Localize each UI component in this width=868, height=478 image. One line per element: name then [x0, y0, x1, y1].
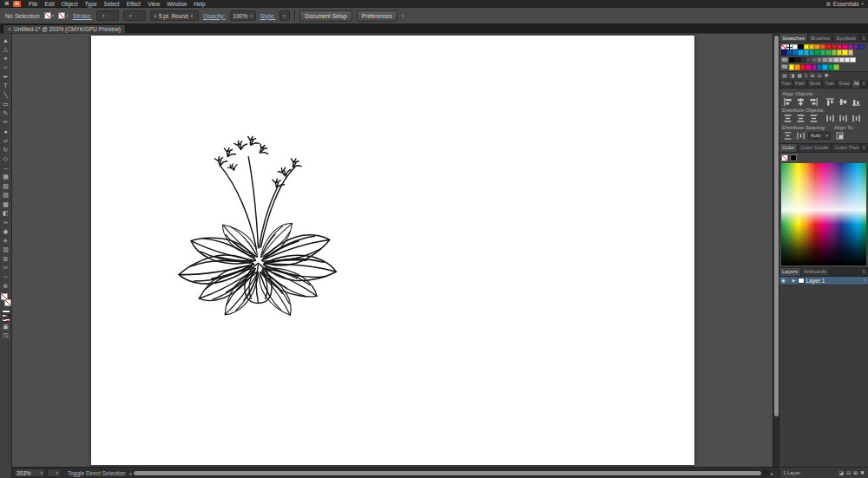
line-segment-tool[interactable]: ╲ [0, 90, 11, 100]
swatch-options-icon[interactable]: ≡ [805, 73, 808, 78]
canvas[interactable] [12, 34, 779, 467]
layer-lock-toggle[interactable] [787, 277, 791, 285]
new-sublayer-icon[interactable]: ⊟ [846, 470, 851, 475]
distribute-vertical-bottom-button[interactable] [808, 114, 819, 123]
zoom-level-select[interactable]: 203%▾ [14, 468, 45, 477]
rotate-tool[interactable]: ↻ [0, 145, 11, 154]
distribute-spacing-vertical-button[interactable] [782, 131, 793, 141]
layer-thumbnail[interactable] [798, 278, 805, 284]
workspace-switcher[interactable]: Essentials [833, 1, 859, 7]
hand-tool[interactable]: ☜ [0, 272, 11, 282]
free-transform-tool[interactable]: ▦ [0, 173, 11, 182]
preferences-button[interactable]: Preferences [357, 10, 398, 22]
distribute-horizontal-center-button[interactable] [838, 114, 849, 123]
blob-brush-tool[interactable]: ● [0, 127, 11, 136]
swatch-grays-11[interactable] [850, 57, 855, 62]
tab-strok[interactable]: Strok [807, 80, 823, 88]
tab-swatches[interactable]: Swatches [779, 34, 808, 42]
fill-color-box[interactable] [1, 293, 8, 300]
artboard[interactable] [91, 36, 694, 465]
eraser-tool[interactable]: ▱ [0, 136, 11, 146]
drawing-modes-button[interactable]: ▣ [0, 322, 11, 331]
direct-selection-tool[interactable]: △ [0, 45, 11, 55]
tab-color-themes[interactable]: Color Themes [832, 144, 859, 152]
blend-tool[interactable]: ◉ [0, 227, 11, 237]
swatch-themes-icon[interactable]: ◨ [790, 73, 795, 78]
menu-select[interactable]: Select [101, 1, 123, 7]
apple-menu-icon[interactable]: ⌘ [4, 0, 10, 8]
horizontal-scrollbar-track[interactable] [133, 470, 770, 476]
swatch-brights-8[interactable] [833, 64, 838, 69]
distribute-spacing-horizontal-button[interactable] [795, 131, 806, 141]
gradient-tool[interactable]: ◧ [0, 209, 11, 219]
swatch-14[interactable] [858, 44, 864, 49]
stroke-weight-select[interactable]: ▾ [96, 10, 119, 21]
color-panel-menu-icon[interactable]: ≡ [859, 144, 868, 152]
width-tool[interactable]: ↔ [0, 163, 11, 173]
menu-help[interactable]: Help [190, 1, 208, 7]
stroke-color-box[interactable] [4, 299, 11, 306]
align-horizontal-right-button[interactable] [808, 97, 819, 107]
distribute-horizontal-left-button[interactable] [825, 114, 836, 123]
layers-empty-area[interactable] [779, 285, 868, 467]
delete-layer-icon[interactable]: ✖ [860, 470, 865, 475]
selection-tool[interactable]: ▲ [0, 36, 11, 45]
color-group-folder-icon[interactable] [781, 57, 788, 62]
pen-tool[interactable]: ✒ [0, 72, 11, 82]
delete-swatch-icon[interactable]: ✖ [825, 73, 829, 78]
symbol-sprayer-tool[interactable]: ✳ [0, 236, 11, 246]
scroll-right-arrow-icon[interactable]: ▸ [770, 470, 774, 476]
make-clipping-mask-icon[interactable]: ◪ [838, 470, 844, 475]
tab-color[interactable]: Color [779, 144, 798, 152]
layer-visibility-eye-icon[interactable]: ◉ [781, 278, 786, 283]
menu-file[interactable]: File [25, 1, 41, 7]
mesh-tool[interactable]: ▩ [0, 200, 11, 209]
artboard-tool[interactable]: ⊞ [0, 254, 11, 264]
distribute-vertical-center-button[interactable] [795, 114, 806, 123]
workspace-arrow-icon[interactable]: ▾ [861, 1, 864, 6]
menu-type[interactable]: Type [81, 1, 100, 7]
stroke-profile-select[interactable]: ▾ [123, 10, 146, 21]
distribute-vertical-top-button[interactable] [782, 114, 793, 123]
align-vertical-top-button[interactable] [825, 97, 836, 107]
color-button[interactable] [2, 310, 10, 313]
eyedropper-tool[interactable]: ✑ [0, 218, 11, 227]
document-tab[interactable]: × Untitled-1* @ 203% (CMYK/GPU Preview) [3, 24, 126, 33]
tab-brushes[interactable]: Brushes [808, 34, 833, 42]
stroke-dropdown-arrow-icon[interactable]: ▾ [66, 13, 69, 18]
layer-name[interactable]: Layer 1 [806, 278, 825, 284]
tab-path[interactable]: Path [793, 80, 807, 88]
align-panel-menu-icon[interactable]: ≡ [859, 80, 868, 88]
layer-expand-chevron-icon[interactable]: ▶ [792, 278, 796, 283]
layer-row[interactable]: ◉ ▶ Layer 1 ○ [779, 277, 868, 285]
horizontal-scrollbar-thumb[interactable] [134, 471, 761, 475]
layers-panel-menu-icon[interactable]: ≡ [859, 268, 868, 276]
shape-builder-tool[interactable]: ▧ [0, 181, 11, 191]
status-display-select[interactable]: ▾ [47, 468, 61, 477]
magic-wand-tool[interactable]: ✶ [0, 54, 11, 63]
swatch-kinds-icon[interactable]: ▦ [797, 73, 802, 78]
column-graph-tool[interactable]: ▥ [0, 246, 11, 255]
spacing-value-select[interactable]: Auto▾ [808, 132, 831, 140]
scroll-left-arrow-icon[interactable]: ◂ [128, 470, 132, 476]
rectangle-tool[interactable]: ▭ [0, 100, 11, 109]
swatch-libraries-icon[interactable]: ▤ [782, 73, 787, 78]
opacity-panel-link[interactable]: Opacity: [203, 13, 226, 19]
new-color-group-icon[interactable]: ⊞ [811, 73, 815, 78]
tab-align[interactable]: Align [852, 80, 860, 88]
style-select[interactable]: ▾ [279, 10, 290, 21]
opacity-select[interactable]: 100%▾ [230, 10, 256, 21]
workspace-switcher-icon[interactable]: ▦ [826, 1, 831, 6]
align-horizontal-left-button[interactable] [782, 97, 793, 107]
new-swatch-icon[interactable]: ⊡ [818, 73, 822, 78]
align-horizontal-center-button[interactable] [795, 97, 806, 107]
menu-effect[interactable]: Effect [123, 1, 145, 7]
paintbrush-tool[interactable]: ✎ [0, 108, 11, 118]
lasso-tool[interactable]: ≈ [0, 63, 11, 73]
stroke-panel-link[interactable]: Stroke: [73, 13, 92, 19]
align-vertical-center-button[interactable] [838, 97, 849, 107]
tab-artboards[interactable]: Artboards [801, 268, 830, 276]
control-panel-menu-icon[interactable]: ≡ [402, 13, 404, 18]
fill-swatch[interactable] [44, 12, 51, 19]
brush-definition-select[interactable]: ● 5 pt. Round ▾ [150, 10, 199, 21]
